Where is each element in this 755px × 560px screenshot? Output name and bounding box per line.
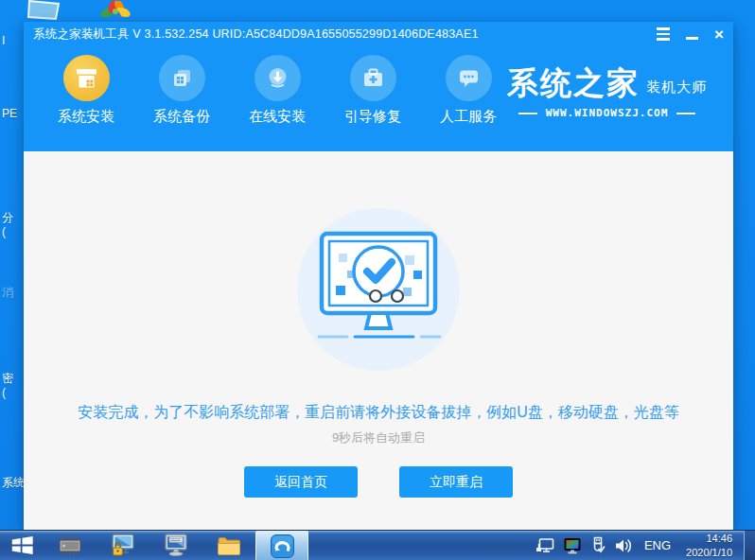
show-desktop-button[interactable]	[744, 531, 755, 560]
installer-window: 系统之家装机工具 V 3.1.532.254 URID:A5C84DD9A165…	[24, 22, 733, 530]
system-tray: ENG 14:46 2020/1/10	[536, 531, 744, 560]
monitor-keyboard-icon	[163, 533, 189, 558]
bg-window-fragment: (	[2, 386, 25, 399]
completion-message: 安装完成，为了不影响系统部署，重启前请将外接设备拔掉，例如U盘，移动硬盘，光盘等	[78, 403, 679, 423]
window-title: 系统之家装机工具 V 3.1.532.254 URID:A5C84DD9A165…	[33, 26, 657, 43]
display-color-tray-icon[interactable]	[563, 537, 582, 554]
taskbar-item-file-explorer[interactable]	[202, 531, 255, 560]
titlebar[interactable]: 系统之家装机工具 V 3.1.532.254 URID:A5C84DD9A165…	[24, 22, 733, 46]
nav-item-boot-repair[interactable]: 引导修复	[342, 55, 403, 126]
bg-window-fragment: 消	[2, 285, 25, 301]
menu-button[interactable]	[657, 27, 670, 41]
success-illustration	[297, 208, 460, 371]
desktop-monitor-icon[interactable]	[27, 0, 61, 24]
network-tray-icon[interactable]	[536, 537, 554, 554]
close-button[interactable]: ×	[714, 26, 724, 43]
nav-item-online-install[interactable]: 在线安装	[247, 55, 307, 126]
minimize-icon	[686, 37, 698, 40]
hamburger-icon	[657, 27, 670, 41]
nav-item-human-service[interactable]: 人工服务	[438, 55, 499, 126]
clock[interactable]: 14:46 2020/1/10	[686, 532, 732, 560]
taskbar-item-system-monitor[interactable]	[149, 531, 202, 560]
back-home-button[interactable]: 返回首页	[244, 466, 358, 498]
nav-label: 在线安装	[249, 108, 306, 126]
nav-label: 系统安装	[58, 108, 114, 126]
download-icon	[265, 65, 290, 91]
nav-label: 引导修复	[344, 108, 401, 126]
main-content: 安装完成，为了不影响系统部署，重启前请将外接设备拔掉，例如U盘，移动硬盘，光盘等…	[24, 151, 733, 530]
bg-window-fragment: 密	[2, 371, 25, 387]
taskbar-item-remote-lock[interactable]	[97, 531, 149, 560]
brand-url: WWW.WINDOWSZJ.COM	[546, 107, 669, 119]
backup-layers-icon	[169, 65, 195, 91]
clock-time: 14:46	[686, 532, 732, 546]
language-indicator[interactable]: ENG	[644, 538, 671, 552]
brand-logo: 系统之家 装机大师 WWW.WINDOWSZJ.COM	[507, 67, 707, 119]
taskbar-item-chip-tool[interactable]	[44, 531, 97, 560]
installer-app-icon	[270, 534, 295, 559]
volume-tray-icon[interactable]	[614, 537, 633, 554]
minimize-button[interactable]	[686, 29, 698, 40]
restart-now-button[interactable]: 立即重启	[399, 466, 513, 498]
memory-chip-icon	[57, 534, 83, 558]
nav-label: 人工服务	[440, 108, 497, 126]
repair-toolbox-icon	[360, 65, 386, 91]
windows-logo-icon	[9, 534, 35, 557]
monitor-lock-icon	[110, 533, 136, 558]
bg-window-fragment: (	[2, 225, 25, 238]
brand-name: 系统之家	[507, 67, 640, 98]
nav-header: 系统安装 系统备份	[24, 46, 733, 151]
taskbar: ENG 14:46 2020/1/10	[0, 530, 755, 560]
bg-window-fragment: I	[2, 34, 25, 47]
bg-window-fragment: PE	[2, 107, 25, 120]
bg-window-fragment: 系统	[2, 475, 25, 491]
taskbar-item-installer-app[interactable]	[255, 531, 308, 560]
bg-window-fragment: 分	[2, 210, 25, 226]
nav-item-system-backup[interactable]: 系统备份	[151, 55, 212, 126]
install-box-icon	[74, 65, 99, 91]
clock-date: 2020/1/10	[686, 546, 732, 560]
start-button[interactable]	[0, 531, 44, 560]
folder-icon	[216, 534, 242, 558]
monitor-check-icon	[307, 231, 449, 349]
chat-bubble-icon	[456, 65, 482, 91]
nav-label: 系统备份	[153, 108, 210, 126]
nav-item-system-install[interactable]: 系统安装	[56, 55, 116, 126]
brand-subtitle: 装机大师	[646, 79, 707, 96]
usb-tray-icon[interactable]	[590, 536, 606, 554]
auto-restart-countdown: 9秒后将自动重启	[332, 429, 425, 446]
